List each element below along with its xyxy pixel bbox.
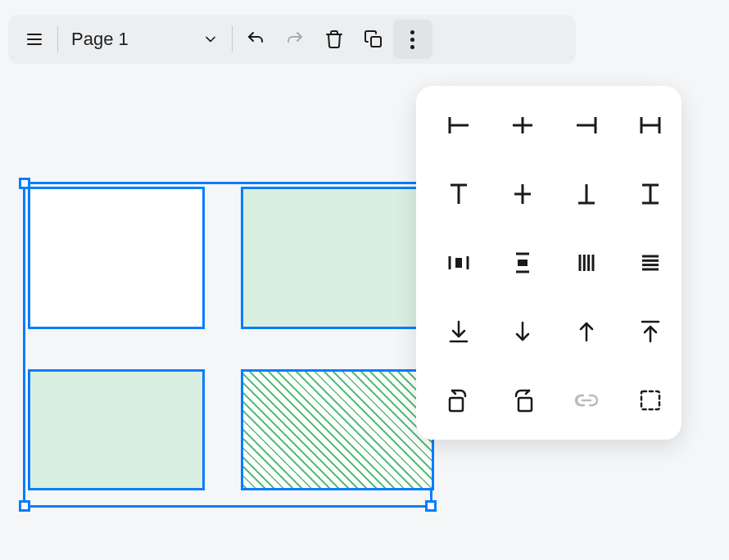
svg-rect-3 <box>371 37 381 47</box>
rotate-left-button[interactable] <box>436 377 482 423</box>
svg-rect-27 <box>518 260 528 266</box>
copy-button[interactable] <box>354 20 393 59</box>
align-right-button[interactable] <box>564 102 609 148</box>
distribute-v-button[interactable] <box>500 240 546 286</box>
selection-bounds-icon <box>637 387 663 413</box>
svg-rect-24 <box>455 258 462 268</box>
grid-cell[interactable] <box>241 187 434 329</box>
align-stretch-h-button[interactable] <box>627 102 673 148</box>
align-left-icon <box>446 112 472 138</box>
delete-button[interactable] <box>315 20 354 59</box>
alignment-panel <box>416 86 681 440</box>
grid-cell[interactable] <box>28 187 205 329</box>
trash-icon <box>324 29 344 49</box>
svg-rect-42 <box>450 398 463 411</box>
selection-bounds-button[interactable] <box>627 377 673 423</box>
arrow-up-line-icon <box>637 318 663 345</box>
align-stretch-v-button[interactable] <box>627 171 673 217</box>
send-backward-button[interactable] <box>500 309 546 355</box>
align-bottom-button[interactable] <box>564 171 609 217</box>
svg-rect-45 <box>641 391 659 409</box>
design-canvas[interactable] <box>23 182 432 509</box>
link-icon <box>573 387 600 413</box>
page-selector[interactable]: Page 1 <box>61 20 229 59</box>
more-options-button[interactable] <box>393 20 432 59</box>
grid-cell[interactable] <box>28 369 205 490</box>
align-bottom-icon <box>573 181 600 207</box>
distribute-columns-button[interactable] <box>564 240 609 286</box>
bring-forward-button[interactable] <box>564 309 609 355</box>
selection-bounds[interactable] <box>23 182 432 508</box>
align-center-v-button[interactable] <box>500 171 546 217</box>
send-to-back-button[interactable] <box>436 309 482 355</box>
menu-icon <box>25 29 44 49</box>
chevron-down-icon <box>202 31 219 47</box>
rotate-right-button[interactable] <box>500 377 546 423</box>
align-stretch-v-icon <box>637 181 663 207</box>
distribute-h-icon <box>446 250 472 276</box>
svg-rect-43 <box>518 398 532 411</box>
distribute-rows-button[interactable] <box>627 240 673 286</box>
arrow-down-line-icon <box>446 318 472 345</box>
main-toolbar: Page 1 <box>8 15 576 64</box>
align-top-icon <box>446 181 472 207</box>
distribute-rows-icon <box>637 250 663 276</box>
resize-handle-bl[interactable] <box>19 500 30 512</box>
align-center-h-button[interactable] <box>500 102 546 148</box>
link-button[interactable] <box>564 377 609 423</box>
distribute-h-button[interactable] <box>436 240 482 286</box>
align-center-h-icon <box>509 112 536 138</box>
resize-handle-tl[interactable] <box>19 178 30 189</box>
hatch-pattern <box>241 369 434 490</box>
page-label: Page 1 <box>71 29 129 50</box>
hamburger-menu-button[interactable] <box>15 20 54 59</box>
redo-button[interactable] <box>275 20 315 59</box>
toolbar-divider <box>232 26 233 52</box>
align-center-v-icon <box>509 181 536 207</box>
align-stretch-h-icon <box>637 112 663 138</box>
distribute-v-icon <box>509 250 536 276</box>
align-top-button[interactable] <box>436 171 482 217</box>
copy-icon <box>364 29 383 49</box>
resize-handle-br[interactable] <box>425 500 437 512</box>
undo-icon <box>246 29 265 49</box>
align-right-icon <box>573 112 600 138</box>
more-vertical-icon <box>410 30 414 49</box>
rotate-left-icon <box>446 387 472 413</box>
redo-icon <box>285 29 305 49</box>
arrow-up-icon <box>573 318 600 345</box>
undo-button[interactable] <box>236 20 275 59</box>
bring-to-front-button[interactable] <box>627 309 673 355</box>
rotate-right-icon <box>509 387 536 413</box>
arrow-down-icon <box>509 318 536 345</box>
distribute-columns-icon <box>573 250 600 276</box>
grid-cell[interactable] <box>241 369 434 490</box>
toolbar-divider <box>57 26 58 52</box>
align-left-button[interactable] <box>436 102 482 148</box>
